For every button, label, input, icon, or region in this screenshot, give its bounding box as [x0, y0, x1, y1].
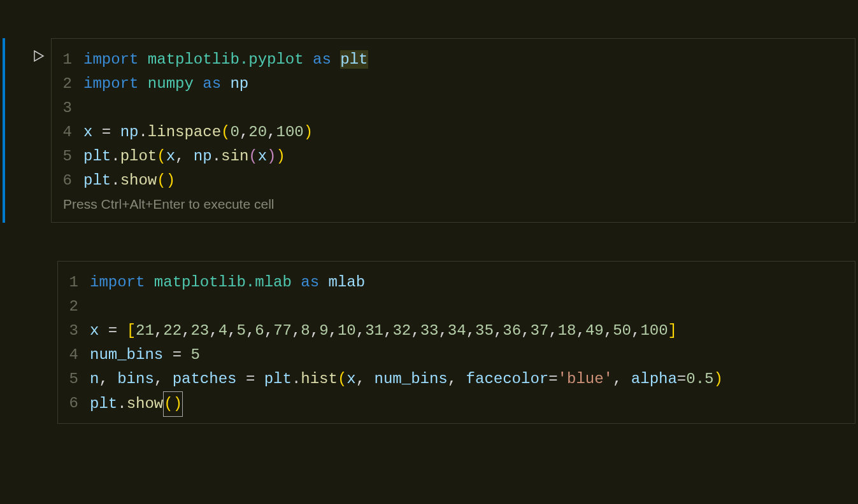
code-line[interactable]: 3	[52, 96, 855, 120]
code-line[interactable]: 2import numpy as np	[52, 72, 855, 96]
run-cell-button[interactable]	[25, 38, 51, 223]
operator: =	[102, 123, 111, 141]
line-number: 6	[52, 169, 83, 193]
line-number: 2	[58, 295, 90, 319]
code-line[interactable]: 6plt.show()	[58, 391, 855, 416]
text	[255, 370, 264, 388]
module: matplotlib.mlab	[154, 274, 292, 291]
code-line[interactable]: 5n, bins, patches = plt.hist(x, num_bins…	[58, 367, 855, 391]
code-content[interactable]: plt.plot(x, np.sin(x))	[83, 144, 285, 169]
variable: x	[90, 322, 99, 339]
code-line[interactable]: 4num_bins = 5	[58, 343, 855, 367]
variable: x	[166, 148, 175, 165]
operator: ,	[411, 322, 420, 339]
keyword: import	[83, 75, 138, 92]
parameter: alpha	[631, 370, 677, 388]
number: 35	[475, 322, 494, 339]
code-content[interactable]: num_bins = 5	[90, 343, 200, 367]
variable: bins	[117, 370, 154, 388]
line-number: 2	[52, 72, 83, 96]
keyword: import	[83, 51, 138, 68]
text	[117, 322, 126, 339]
punctuation: .	[138, 123, 147, 141]
active-cell-indicator	[3, 38, 5, 223]
execute-hint: Press Ctrl+Alt+Enter to execute cell	[52, 193, 855, 214]
operator: ,	[604, 322, 613, 339]
operator: ,	[438, 322, 447, 339]
code-editor[interactable]: 1import matplotlib.mlab as mlab23x = [21…	[57, 261, 855, 424]
number: 20	[248, 123, 267, 141]
text	[365, 370, 374, 388]
bracket: [	[127, 322, 136, 339]
operator: ,	[240, 123, 248, 141]
number: 77	[273, 322, 292, 339]
bracket: )	[166, 172, 175, 189]
code-content[interactable]: n, bins, patches = plt.hist(x, num_bins,…	[90, 367, 723, 391]
operator: ,	[246, 322, 255, 339]
text	[138, 75, 147, 92]
code-cell[interactable]: 1import matplotlib.pyplot as plt2import …	[0, 38, 858, 223]
code-cell[interactable]: 1import matplotlib.mlab as mlab23x = [21…	[0, 261, 858, 424]
code-editor[interactable]: 1import matplotlib.pyplot as plt2import …	[51, 38, 855, 223]
function: hist	[301, 370, 338, 388]
code-content[interactable]: plt.show()	[90, 391, 183, 416]
text	[111, 123, 120, 141]
text	[194, 75, 203, 92]
keyword: as	[203, 75, 221, 92]
operator: ,	[209, 322, 218, 339]
variable: patches	[173, 370, 237, 388]
parameter: facecolor	[466, 370, 549, 388]
line-number: 1	[52, 48, 83, 72]
bracket: (	[221, 123, 230, 141]
variable: plt	[83, 148, 111, 165]
number: 21	[136, 322, 154, 339]
operator: ,	[182, 322, 190, 339]
code-content[interactable]: import numpy as np	[83, 72, 248, 96]
operator: ,	[448, 370, 457, 388]
code-line[interactable]: 2	[58, 295, 855, 319]
line-number: 6	[58, 391, 90, 416]
bracket: (	[248, 148, 257, 165]
text	[182, 346, 190, 363]
operator: =	[548, 370, 557, 388]
operator: ,	[356, 370, 365, 388]
text	[145, 274, 154, 291]
code-content[interactable]: x = np.linspace(0,20,100)	[83, 120, 313, 144]
operator: ,	[154, 322, 163, 339]
number: 32	[392, 322, 411, 339]
line-number: 4	[58, 343, 90, 367]
keyword: as	[301, 274, 319, 291]
string: 'blue'	[558, 370, 613, 388]
text	[184, 148, 193, 165]
bracket: )	[304, 123, 313, 141]
variable: x	[83, 123, 92, 141]
operator: ,	[383, 322, 392, 339]
code-line[interactable]: 6plt.show()	[52, 169, 855, 193]
operator: ,	[267, 123, 276, 141]
code-content[interactable]: plt.show()	[83, 169, 175, 193]
code-content[interactable]: x = [21,22,23,4,5,6,77,8,9,10,31,32,33,3…	[90, 319, 677, 343]
number: 10	[338, 322, 356, 339]
text	[163, 346, 172, 363]
number: 6	[255, 322, 264, 339]
function: show	[127, 395, 164, 412]
keyword: as	[313, 51, 331, 68]
bracket: )	[267, 148, 276, 165]
line-number: 5	[58, 367, 90, 391]
code-content[interactable]: import matplotlib.mlab as mlab	[90, 270, 365, 295]
line-number: 1	[58, 270, 90, 295]
code-line[interactable]: 1import matplotlib.pyplot as plt	[52, 48, 855, 72]
alias: np	[230, 75, 248, 92]
code-line[interactable]: 1import matplotlib.mlab as mlab	[58, 270, 855, 295]
code-content[interactable]: import matplotlib.pyplot as plt	[83, 48, 368, 72]
operator: ,	[466, 322, 475, 339]
text	[163, 370, 172, 388]
code-line[interactable]: 3x = [21,22,23,4,5,6,77,8,9,10,31,32,33,…	[58, 319, 855, 343]
operator: =	[108, 322, 117, 339]
text	[292, 274, 301, 291]
text	[138, 51, 147, 68]
line-number: 4	[52, 120, 83, 144]
code-line[interactable]: 5plt.plot(x, np.sin(x))	[52, 144, 855, 169]
operator: ,	[310, 322, 319, 339]
code-line[interactable]: 4x = np.linspace(0,20,100)	[52, 120, 855, 144]
